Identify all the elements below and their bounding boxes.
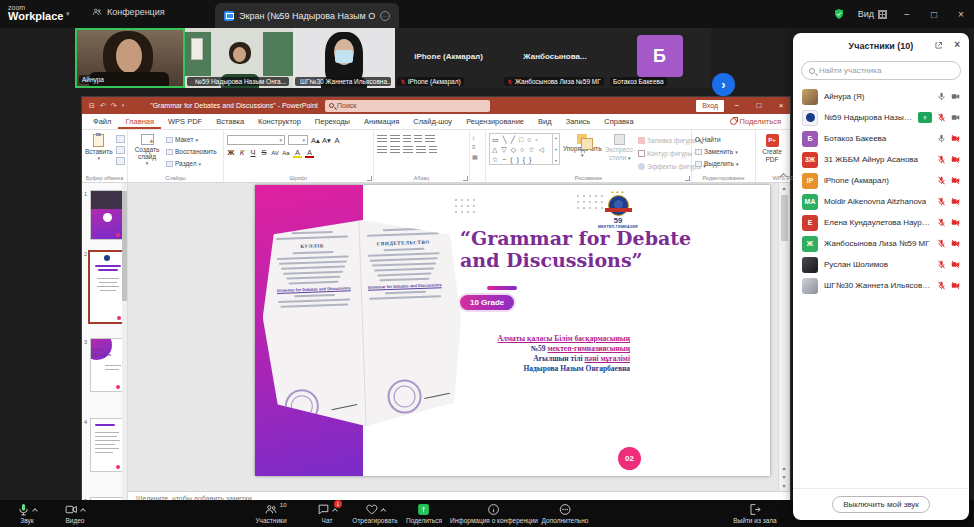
video-tile-botakoz[interactable]: Б Ботакоз Бакеева xyxy=(608,28,711,88)
align-right-icon[interactable] xyxy=(403,146,413,154)
copy-icon[interactable] xyxy=(116,146,125,154)
tab-conference[interactable]: Конференция xyxy=(92,7,165,17)
cut-icon[interactable] xyxy=(116,135,125,143)
muted-mic-icon[interactable] xyxy=(937,218,946,227)
video-tile-iphone[interactable]: iPhone (Акмарал) iPhone (Акмарал) xyxy=(395,28,502,88)
close-panel-icon[interactable]: × xyxy=(954,40,960,50)
quick-styles-button[interactable]: Экспресс- стили ▾ xyxy=(605,133,635,162)
create-pdf-button[interactable]: P+ Create PDF xyxy=(759,133,785,163)
muted-mic-icon[interactable] xyxy=(937,113,946,122)
participant-row[interactable]: ШГ№30 Жаннета Ильясовна Геккие... xyxy=(793,275,969,296)
participant-row[interactable]: Б Ботакоз Бакеева xyxy=(793,128,969,149)
participant-search-input[interactable] xyxy=(819,66,953,75)
slide-thumbnail-3[interactable]: Aim & Objectives xyxy=(90,338,123,392)
mic-icon[interactable] xyxy=(937,134,946,143)
next-slide-icon[interactable]: ▼ xyxy=(782,474,787,480)
dialog-launcher-icon[interactable] xyxy=(367,176,372,181)
tab-record[interactable]: Запись xyxy=(559,114,598,129)
bold-button[interactable]: Ж xyxy=(227,148,235,157)
section-button[interactable]: Раздел▾ xyxy=(166,159,217,168)
layout-button[interactable]: Макет▾ xyxy=(166,135,217,144)
chevron-up-icon[interactable] xyxy=(332,508,338,514)
replace-button[interactable]: Заменить▾ xyxy=(695,147,739,156)
italic-button[interactable]: К xyxy=(238,148,246,157)
tab-transitions[interactable]: Переходы xyxy=(308,114,357,129)
increase-indent-icon[interactable] xyxy=(414,135,422,143)
new-slide-button[interactable]: Создать слайд ▾ xyxy=(131,133,163,167)
highlight-color-button[interactable]: А xyxy=(293,148,302,157)
save-icon[interactable]: ⊟ xyxy=(89,102,95,110)
scrollbar-thumb[interactable] xyxy=(781,195,788,241)
camera-icon[interactable] xyxy=(951,92,960,101)
text-direction-icon[interactable]: ↕ xyxy=(472,135,478,141)
participant-row[interactable]: Ж Жанбосынова Лиза №59 МГ xyxy=(793,233,969,254)
close-button[interactable]: × xyxy=(954,9,968,20)
tab-file[interactable]: Файл xyxy=(86,114,118,129)
undo-icon[interactable]: ↶ xyxy=(100,102,106,110)
tab-screen-share[interactable]: Экран (№59 Надырова Назым О ··· xyxy=(215,3,399,28)
participant-row[interactable]: Айнура (Я) xyxy=(793,86,969,107)
tab-design[interactable]: Конструктор xyxy=(251,114,308,129)
tab-options-icon[interactable]: ··· xyxy=(380,11,390,21)
align-text-icon[interactable]: ≡ xyxy=(472,144,478,150)
smartart-icon[interactable]: ▦ xyxy=(472,153,478,160)
participant-search[interactable] xyxy=(801,61,961,80)
chevron-down-icon[interactable]: ▾ xyxy=(122,102,125,110)
font-size-select[interactable]: ▾ xyxy=(288,135,308,145)
slide-thumbnail-2-selected[interactable] xyxy=(88,250,125,324)
slide-thumbnail-4[interactable] xyxy=(90,418,123,472)
muted-mic-icon[interactable] xyxy=(937,239,946,248)
tab-insert[interactable]: Вставка xyxy=(209,114,251,129)
dialog-launcher-icon[interactable] xyxy=(463,176,468,181)
toolbar-info-button[interactable]: Информация о конференции xyxy=(450,503,538,524)
camera-off-icon[interactable] xyxy=(951,176,960,185)
signin-button[interactable]: Вход xyxy=(696,100,724,112)
bullets-icon[interactable] xyxy=(377,135,387,143)
chevron-up-icon[interactable] xyxy=(80,508,86,514)
view-button[interactable]: Вид xyxy=(858,9,887,19)
slide-scrollbar[interactable]: ▲ ▲ ▼ ▼ xyxy=(778,183,789,491)
camera-off-icon[interactable] xyxy=(951,134,960,143)
thumbnail-scrollbar[interactable] xyxy=(122,183,127,505)
video-tile-nadyrova[interactable]: №59 Надырова Назым Онга... xyxy=(185,28,293,88)
toolbar-participants-button[interactable]: 10 Участники xyxy=(255,503,286,524)
change-case-button[interactable]: Aa xyxy=(282,150,290,156)
chevron-up-icon[interactable] xyxy=(32,508,38,514)
participant-row[interactable]: Е Елена Кундаулетова Наурызбай ауд... xyxy=(793,212,969,233)
scroll-up-icon[interactable]: ▲ xyxy=(782,185,787,191)
participant-row[interactable]: 3Ж 31 ЖББМ Айнур Асанова xyxy=(793,149,969,170)
slide-thumbnail-1[interactable] xyxy=(90,190,123,240)
underline-button[interactable]: Ч xyxy=(249,148,257,157)
camera-off-icon[interactable] xyxy=(951,281,960,290)
muted-mic-icon[interactable] xyxy=(937,260,946,269)
toolbar-react-button[interactable]: Отреагировать xyxy=(352,503,397,524)
video-tile-zhanbosynova[interactable]: Жанбосынова... Жанбосынова Лиза №59 МГ xyxy=(502,28,608,88)
previous-slide-icon[interactable]: ▲ xyxy=(782,465,787,471)
format-painter-icon[interactable] xyxy=(116,157,125,165)
toolbar-chat-button[interactable]: 1 Чат xyxy=(317,503,337,524)
line-spacing-icon[interactable] xyxy=(425,135,435,143)
justify-icon[interactable] xyxy=(416,146,426,154)
tab-help[interactable]: Справка xyxy=(597,114,640,129)
clear-format-icon[interactable]: A xyxy=(333,136,341,145)
camera-off-icon[interactable] xyxy=(951,260,960,269)
scrollbar-thumb[interactable] xyxy=(122,191,127,301)
participant-row[interactable]: №59 Надырова Назым Онгарб... xyxy=(793,107,969,128)
camera-off-icon[interactable] xyxy=(951,197,960,206)
tab-animations[interactable]: Анимация xyxy=(357,114,406,129)
ppt-minimize-button[interactable]: − xyxy=(728,97,746,114)
toolbar-leave-button[interactable]: Выйти из зала xyxy=(733,503,776,524)
reset-button[interactable]: Восстановить xyxy=(166,147,217,156)
tab-review[interactable]: Рецензирование xyxy=(459,114,531,129)
next-page-arrow-button[interactable]: › xyxy=(712,73,735,96)
align-left-icon[interactable] xyxy=(377,146,387,154)
arrange-button[interactable]: Упорядочить ▾ xyxy=(563,133,602,159)
muted-mic-icon[interactable] xyxy=(937,281,946,290)
tab-wps-pdf[interactable]: WPS PDF xyxy=(161,114,209,129)
toolbar-video-button[interactable]: Видео xyxy=(65,503,85,524)
muted-mic-icon[interactable] xyxy=(937,197,946,206)
ppt-share-button[interactable]: Поделиться xyxy=(730,114,781,129)
participant-row[interactable]: MA Moldir Aikenovna Aitzhanova xyxy=(793,191,969,212)
ppt-close-button[interactable]: × xyxy=(772,97,790,114)
camera-off-icon[interactable] xyxy=(951,218,960,227)
